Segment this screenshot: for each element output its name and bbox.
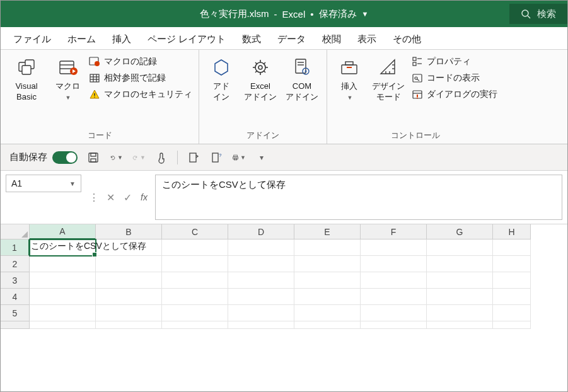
cell[interactable] [493,305,531,321]
tab-view[interactable]: 表示 [357,33,376,45]
cell-G1[interactable] [427,239,493,256]
formula-input[interactable]: このシートをCSVとして保存 [155,175,562,220]
cell[interactable] [427,321,493,329]
col-header-G[interactable]: G [427,224,493,239]
cell-H1[interactable] [493,239,531,256]
excel-addins-button[interactable]: Excel アドイン [242,54,279,103]
cell[interactable] [294,321,361,329]
col-header-D[interactable]: D [228,224,294,239]
cell[interactable] [162,256,228,272]
cell[interactable] [228,256,294,272]
save-button[interactable] [86,151,100,164]
cell[interactable] [30,272,96,289]
cell[interactable] [96,256,162,272]
cell[interactable] [493,289,531,305]
cell[interactable] [228,289,294,305]
chevron-down-icon[interactable]: ▼ [362,10,369,18]
dots-icon[interactable]: ⋮ [89,192,98,204]
properties-button[interactable]: プロパティ [412,56,497,67]
cell[interactable] [228,321,294,329]
cell-C1[interactable] [162,239,228,256]
tab-page-layout[interactable]: ページ レイアウト [148,33,226,45]
cell[interactable] [361,305,427,321]
touch-mode-button[interactable] [154,151,168,164]
com-addins-button[interactable]: COM アドイン [284,54,320,103]
name-box[interactable]: A1 ▼ [6,175,81,192]
macros-button[interactable]: マクロ ▼ [51,54,84,101]
cell[interactable] [361,289,427,305]
row-header-3[interactable]: 3 [1,272,30,289]
row-header-2[interactable]: 2 [1,256,30,272]
record-macro-button[interactable]: マクロの記録 [89,56,192,67]
cell-D1[interactable] [228,239,294,256]
undo-button[interactable]: ▼ [109,151,123,164]
cell[interactable] [294,289,361,305]
run-dialog-button[interactable]: ダイアログの実行 [412,89,497,100]
macro-security-button[interactable]: マクロのセキュリティ [89,89,192,100]
view-code-button[interactable]: コードの表示 [412,72,497,84]
col-header-B[interactable]: B [96,224,162,239]
tab-data[interactable]: データ [277,33,306,45]
cell[interactable] [427,305,493,321]
select-all-corner[interactable] [1,224,30,239]
tab-review[interactable]: 校閲 [322,33,341,45]
qat-customize-button[interactable]: ▾ [255,151,269,164]
cell[interactable] [427,289,493,305]
autosave-toggle[interactable]: 自動保存 [9,151,78,164]
tab-insert[interactable]: 挿入 [112,33,131,45]
cell[interactable] [427,256,493,272]
cell[interactable] [228,305,294,321]
cell[interactable] [96,272,162,289]
qat-button-1[interactable] [187,151,200,164]
tab-file[interactable]: ファイル [13,33,51,45]
cell[interactable] [294,305,361,321]
cell[interactable] [96,289,162,305]
cell[interactable] [294,256,361,272]
visual-basic-button[interactable]: Visual Basic [7,54,46,103]
addins-button[interactable]: アド イン [206,54,237,103]
cell-F1[interactable] [361,239,427,256]
cell[interactable] [493,256,531,272]
tab-formulas[interactable]: 数式 [242,33,261,45]
insert-control-button[interactable]: 挿入 ▼ [333,54,365,101]
fx-icon[interactable]: fx [141,192,148,202]
cell[interactable] [30,289,96,305]
cell[interactable] [361,256,427,272]
redo-button[interactable]: ▼ [132,151,146,164]
cell[interactable] [493,272,531,289]
cell-A1[interactable]: このシートをCSVとして保存 [30,239,96,256]
cell[interactable] [228,272,294,289]
cell[interactable] [162,305,228,321]
cell[interactable] [361,272,427,289]
row-header-5[interactable]: 5 [1,305,30,321]
print-button[interactable]: ▼ [232,151,246,164]
row-header[interactable] [1,321,30,329]
cell[interactable] [30,256,96,272]
cell[interactable] [427,272,493,289]
cell[interactable] [493,321,531,329]
col-header-H[interactable]: H [493,224,531,239]
cell[interactable] [361,321,427,329]
col-header-A[interactable]: A [30,224,96,239]
relative-ref-button[interactable]: 相対参照で記録 [89,72,192,84]
col-header-E[interactable]: E [294,224,361,239]
enter-icon[interactable]: ✓ [124,192,132,204]
search-box[interactable]: 検索 [509,4,567,24]
cell[interactable] [162,289,228,305]
cell[interactable] [96,321,162,329]
design-mode-button[interactable]: デザイン モード [370,54,407,103]
cell[interactable] [30,305,96,321]
cell-E1[interactable] [294,239,361,256]
cell[interactable] [96,305,162,321]
cell[interactable] [30,321,96,329]
cancel-icon[interactable]: ✕ [107,192,115,204]
row-header-1[interactable]: 1 [1,239,30,256]
tab-other[interactable]: その他 [393,33,421,45]
col-header-C[interactable]: C [162,224,228,239]
cell[interactable] [162,321,228,329]
cell[interactable] [162,272,228,289]
tab-home[interactable]: ホーム [67,33,96,45]
col-header-F[interactable]: F [361,224,427,239]
row-header-4[interactable]: 4 [1,289,30,305]
qat-button-2[interactable]: ? [209,151,223,164]
